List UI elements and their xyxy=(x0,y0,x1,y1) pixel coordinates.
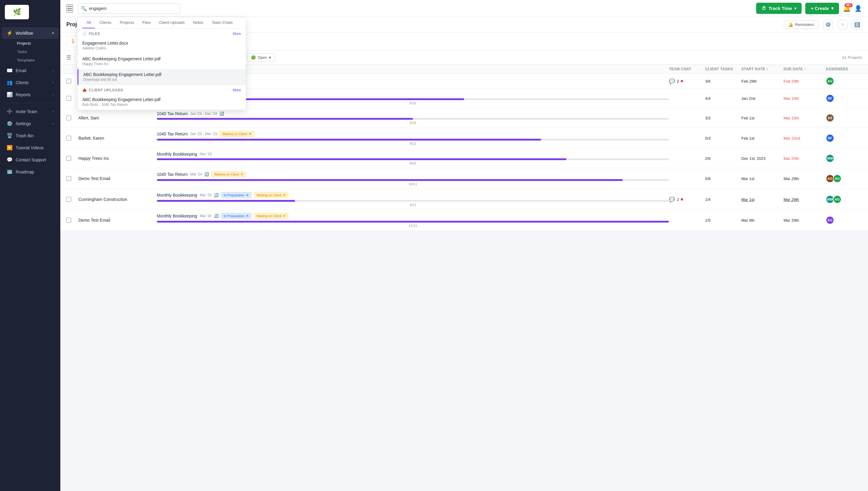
info-button[interactable]: ℹ️ xyxy=(852,20,862,30)
sidebar-item-projects[interactable]: Projects xyxy=(14,39,60,47)
upload-icon: 📤 xyxy=(82,88,87,92)
th-assignees: ASSIGNEES xyxy=(826,67,862,71)
search-tab-all[interactable]: All xyxy=(82,17,95,28)
remove-badge-button[interactable]: ✕ xyxy=(240,172,243,176)
sidebar-item-label: Settings xyxy=(16,121,53,126)
sidebar-item-roadmap[interactable]: 🗺️ Roadmap xyxy=(2,166,59,178)
sidebar-item-templates[interactable]: Templates xyxy=(14,56,60,64)
th-start-date: START DATE ↕ xyxy=(741,67,784,71)
search-dropdown: All Clients Projects Files Client Upload… xyxy=(77,17,246,110)
share-button[interactable]: ↑ xyxy=(838,20,847,30)
tasks-cell: 1/4 xyxy=(705,197,741,202)
search-tab-projects[interactable]: Projects xyxy=(116,17,138,28)
row-checkbox[interactable] xyxy=(66,79,71,84)
sidebar-item-tutorial[interactable]: ▶️ Tutorial Videos xyxy=(2,142,59,153)
sidebar-item-label: Clients xyxy=(16,80,53,85)
tasks-cell: 5/8 xyxy=(705,176,741,181)
avatar: WM xyxy=(826,154,834,163)
project-date: Jan '23 - Dec '23 xyxy=(190,132,217,136)
sidebar-item-tasks[interactable]: Tasks xyxy=(14,48,60,56)
row-checkbox[interactable] xyxy=(66,218,71,223)
waiting-on-client-badge[interactable]: Waiting on Client ✕ xyxy=(220,131,254,137)
search-tab-client-uploads[interactable]: Client Uploads xyxy=(155,17,189,28)
due-date: Feb 29th xyxy=(784,79,826,84)
progress-label: 8/10 xyxy=(157,161,669,165)
row-checkbox[interactable] xyxy=(66,156,71,161)
projects-count: 61 Projects xyxy=(842,55,862,60)
search-tab-notes[interactable]: Notes xyxy=(189,17,207,28)
th-client-tasks: CLIENT TASKS xyxy=(705,67,741,71)
track-time-button[interactable]: ⏱ Track Time ▾ xyxy=(756,3,802,14)
user-icon-button[interactable]: 👤 xyxy=(855,5,862,12)
result-sub: Download and fill out xyxy=(83,78,241,82)
search-result-item-highlighted[interactable]: ABC Bookkeeping Engagement Letter.pdf Do… xyxy=(78,69,246,85)
sidebar-item-contact-support[interactable]: 💬 Contact Support xyxy=(2,154,59,166)
search-result-item[interactable]: ABC Bookkeeping Engagement Letter.pdf Bo… xyxy=(78,94,246,110)
in-preparation-badge[interactable]: In Preparation ✕ xyxy=(221,192,252,198)
create-label: + Create xyxy=(811,6,829,11)
search-input[interactable] xyxy=(78,3,180,13)
project-info: 1040 Tax Return Jan '24 - Dec '24 🔄 5/10 xyxy=(157,111,669,124)
notifications-button[interactable]: 🔔 99+ xyxy=(843,4,851,12)
settings-gear-button[interactable]: ⚙️ xyxy=(823,20,833,30)
sidebar-item-reports[interactable]: 📊 Reports › xyxy=(2,89,59,100)
files-section-title: 📄 FILES xyxy=(82,32,100,36)
project-info: Monthly Bookkeeping Mar '24 🔄 In Prepara… xyxy=(157,213,669,227)
create-button[interactable]: + Create ▾ xyxy=(805,3,839,14)
start-date: Feb 1st xyxy=(741,116,784,120)
assignees: AG xyxy=(826,216,862,224)
project-dates-badges: 1040 Tax Return Mar '24 🔄 Waiting on Cli… xyxy=(157,171,669,177)
workflow-icon: ⚡ xyxy=(7,30,13,36)
waiting-on-client-badge[interactable]: Waiting on Client ✕ xyxy=(254,192,289,198)
search-tab-team-chats[interactable]: Team Chats xyxy=(207,17,237,28)
search-result-item[interactable]: ABC Bookkeeping Engagement Letter.pdf Ha… xyxy=(78,53,246,69)
search-tabs: All Clients Projects Files Client Upload… xyxy=(78,17,246,29)
remove-badge-button[interactable]: ✕ xyxy=(246,214,249,218)
result-name: Engagement Letter.docx xyxy=(82,41,241,46)
project-dates-badges: Monthly Bookkeeping Mar '24 🔄 In Prepara… xyxy=(157,192,669,198)
remove-badge-button[interactable]: ✕ xyxy=(283,214,286,218)
files-more-link[interactable]: More xyxy=(233,32,241,36)
sidebar-item-trash[interactable]: 🗑️ Trash Bin xyxy=(2,130,59,141)
uploads-more-link[interactable]: More xyxy=(233,88,241,92)
progress-bar xyxy=(157,118,669,120)
status-filter-button[interactable]: 🟢 Open ▾ xyxy=(247,53,275,62)
row-checkbox[interactable] xyxy=(66,176,71,181)
tasks-cell: 1/5 xyxy=(705,218,741,223)
list-view-icon[interactable]: ☰ xyxy=(66,54,71,61)
email-icon: ✉️ xyxy=(7,67,13,73)
track-time-label: Track Time xyxy=(769,6,792,11)
project-dates-badges: Monthly Bookkeeping Nov '23 xyxy=(157,152,669,156)
progress-label: 5/10 xyxy=(157,121,669,124)
search-tab-clients[interactable]: Clients xyxy=(95,17,116,28)
row-checkbox[interactable] xyxy=(66,116,71,120)
hamburger-button[interactable]: ☰ xyxy=(66,4,73,13)
sidebar-item-settings[interactable]: ⚙️ Settings › xyxy=(2,118,59,129)
sidebar-item-label: Tutorial Videos xyxy=(16,145,54,150)
result-sub: Happy Trees Inc xyxy=(82,62,241,66)
project-info: Monthly Bookkeeping Mar '24 🔄 In Prepara… xyxy=(157,192,669,207)
waiting-on-client-badge[interactable]: Waiting on Client ✕ xyxy=(254,213,289,219)
sidebar-item-email[interactable]: ✉️ Email › xyxy=(2,64,59,76)
waiting-on-client-badge[interactable]: Waiting on Client ✕ xyxy=(211,171,246,177)
reminders-button[interactable]: 🔔 Reminders xyxy=(784,20,818,29)
sidebar-item-workflow[interactable]: ⚡ Workflow ▾ xyxy=(2,27,59,39)
row-checkbox[interactable] xyxy=(66,136,71,141)
remove-badge-button[interactable]: ✕ xyxy=(249,132,252,136)
sidebar-item-invite-team[interactable]: ➕ Invite Team › xyxy=(2,106,59,117)
assignees: AS xyxy=(826,114,862,122)
row-checkbox[interactable] xyxy=(66,197,71,202)
tasks-cell: 2/6 xyxy=(705,156,741,161)
in-preparation-badge[interactable]: In Preparation ✕ xyxy=(221,213,252,219)
logo: 🌿 xyxy=(5,5,29,19)
progress-fill xyxy=(157,200,295,202)
remove-badge-button[interactable]: ✕ xyxy=(283,193,286,197)
search-tab-files[interactable]: Files xyxy=(138,17,155,28)
row-checkbox[interactable] xyxy=(66,96,71,101)
sidebar-item-clients[interactable]: 👥 Clients › xyxy=(2,77,59,88)
search-result-item[interactable]: Engagement Letter.docx Adeline Collins xyxy=(78,38,246,53)
settings-icon: ⚙️ xyxy=(7,121,13,126)
due-date: Mar 25th xyxy=(784,156,826,161)
avatar: AS xyxy=(826,114,834,122)
remove-badge-button[interactable]: ✕ xyxy=(246,193,249,197)
